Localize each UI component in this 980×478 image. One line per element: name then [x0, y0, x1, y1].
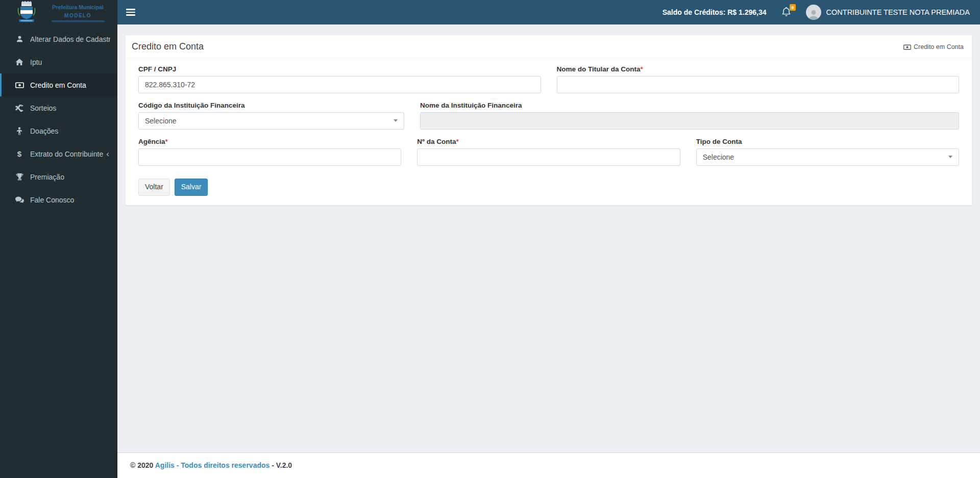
main-wrapper: Credito em Conta Credito em Conta CPF / …: [117, 0, 980, 478]
sidebar-item-alterar-dados[interactable]: Alterar Dados de Cadastro: [0, 28, 117, 51]
home-icon: [14, 58, 25, 66]
page-footer: © 2020 Agilis - Todos direitos reservado…: [117, 452, 980, 478]
agilis-link[interactable]: Agilis - Todos direitos reservados: [155, 461, 270, 469]
sidebar-item-label: Sorteios: [30, 104, 110, 112]
logo-title: Prefeitura Municipal: [52, 4, 103, 10]
bell-icon: [782, 7, 791, 18]
notifications-button[interactable]: 6: [780, 0, 793, 24]
sidebar-item-credito-em-conta[interactable]: Credito em Conta: [0, 73, 117, 96]
top-navbar: Saldo de Créditos: R$ 1.296,34 6 CONTRIB…: [117, 0, 980, 24]
comments-icon: [14, 196, 25, 204]
numero-conta-group: Nº da Conta*: [417, 137, 680, 166]
logo-tagline-line: [52, 20, 105, 22]
breadcrumb: Credito em Conta: [903, 43, 964, 51]
dollar-icon: $: [14, 149, 25, 158]
trophy-icon: [14, 173, 25, 181]
numero-conta-label: Nº da Conta: [417, 138, 456, 145]
selected-option: Selecione: [145, 117, 177, 125]
sidebar-item-extrato[interactable]: $ Extrato do Contribuinte ‹: [0, 142, 117, 165]
numero-conta-input[interactable]: [417, 148, 680, 166]
agencia-label: Agência: [138, 138, 165, 145]
saldo-creditos: Saldo de Créditos: R$ 1.296,34: [663, 8, 767, 16]
nome-instituicao-input: [420, 112, 959, 130]
user-menu[interactable]: CONTRIBUINTE TESTE NOTA PREMIADA: [806, 0, 970, 24]
form-actions: Voltar Salvar: [138, 179, 959, 198]
sidebar-item-premiacao[interactable]: Premiação: [0, 165, 117, 188]
titular-group: Nome do Titular da Conta*: [557, 65, 960, 93]
sidebar-item-doacoes[interactable]: Doações: [0, 119, 117, 142]
user-icon: [14, 35, 25, 43]
nome-instituicao-label: Nome da Instituição Financeira: [420, 102, 522, 109]
codigo-instituicao-group: Código da Instituição Financeira Selecio…: [138, 101, 404, 130]
content-area: Credito em Conta Credito em Conta CPF / …: [117, 24, 980, 452]
codigo-instituicao-label: Código da Instituição Financeira: [138, 102, 245, 109]
sidebar-item-label: Alterar Dados de Cadastro: [30, 35, 110, 43]
titular-label: Nome do Titular da Conta: [557, 65, 641, 73]
navbar-right: Saldo de Créditos: R$ 1.296,34 6 CONTRIB…: [663, 0, 980, 24]
salvar-button[interactable]: Salvar: [175, 179, 208, 196]
sidebar-item-label: Doações: [30, 127, 110, 135]
required-asterisk: *: [456, 138, 459, 145]
logo-text: Prefeitura Municipal MODELO: [41, 3, 114, 22]
cpf-input[interactable]: [138, 76, 541, 93]
money-icon: [14, 82, 25, 88]
card-body: CPF / CNPJ Nome do Titular da Conta* Cód…: [126, 58, 972, 205]
footer-version: - V.2.0: [272, 461, 292, 469]
shuffle-icon: [14, 105, 25, 112]
child-icon: [14, 127, 25, 135]
tipo-conta-label: Tipo de Conta: [696, 138, 742, 145]
logo-subtitle: MODELO: [64, 13, 91, 18]
chevron-down-icon: [394, 119, 398, 122]
sidebar-item-label: Extrato do Contribuinte: [30, 150, 106, 158]
municipality-crest-icon: [16, 1, 37, 24]
required-asterisk: *: [641, 65, 643, 73]
agencia-input[interactable]: [138, 148, 401, 166]
agencia-group: Agência*: [138, 137, 401, 166]
sidebar-item-label: Credito em Conta: [30, 81, 110, 89]
breadcrumb-label: Credito em Conta: [914, 43, 964, 51]
credito-form: CPF / CNPJ Nome do Titular da Conta* Cód…: [138, 65, 959, 198]
avatar: [806, 5, 821, 20]
voltar-button[interactable]: Voltar: [138, 179, 170, 196]
sidebar-item-label: Fale Conosco: [30, 196, 110, 204]
sidebar-menu: Alterar Dados de Cadastro Iptu Credito e…: [0, 24, 117, 211]
chevron-down-icon: [948, 156, 952, 158]
sidebar: Prefeitura Municipal MODELO Alterar Dado…: [0, 0, 117, 478]
codigo-instituicao-select[interactable]: Selecione: [138, 112, 404, 130]
sidebar-item-fale-conosco[interactable]: Fale Conosco: [0, 188, 117, 211]
selected-option: Selecione: [703, 153, 734, 161]
money-icon: [903, 44, 911, 50]
nome-instituicao-group: Nome da Instituição Financeira: [420, 101, 959, 130]
credito-em-conta-card: Credito em Conta Credito em Conta CPF / …: [125, 35, 972, 206]
cpf-group: CPF / CNPJ: [138, 65, 541, 93]
tipo-conta-group: Tipo de Conta Selecione: [696, 137, 959, 166]
sidebar-item-iptu[interactable]: Iptu: [0, 51, 117, 73]
sidebar-item-sorteios[interactable]: Sorteios: [0, 96, 117, 119]
sidebar-item-label: Iptu: [30, 58, 110, 66]
card-header: Credito em Conta Credito em Conta: [126, 35, 972, 58]
page-title: Credito em Conta: [132, 42, 204, 52]
app-logo[interactable]: Prefeitura Municipal MODELO: [0, 0, 117, 24]
chevron-left-icon: ‹: [106, 149, 110, 158]
footer-copyright: © 2020: [130, 461, 153, 469]
notifications-badge: 6: [790, 4, 795, 11]
sidebar-item-label: Premiação: [30, 173, 110, 181]
titular-input[interactable]: [557, 76, 960, 93]
required-asterisk: *: [165, 138, 168, 145]
user-name: CONTRIBUINTE TESTE NOTA PREMIADA: [826, 8, 970, 16]
sidebar-toggle-button[interactable]: [117, 0, 144, 24]
tipo-conta-select[interactable]: Selecione: [696, 148, 959, 166]
cpf-label: CPF / CNPJ: [138, 65, 176, 73]
